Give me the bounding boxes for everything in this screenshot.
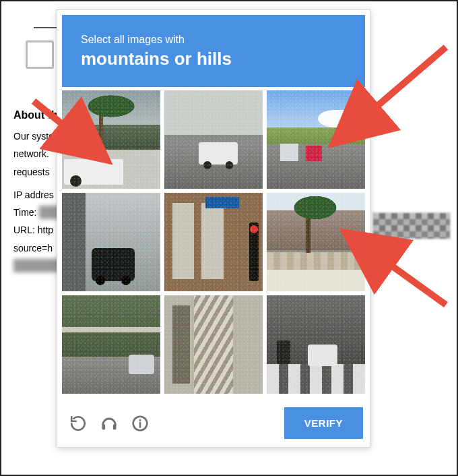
audio-icon[interactable] bbox=[99, 413, 119, 434]
svg-rect-0 bbox=[102, 424, 106, 429]
reload-icon[interactable] bbox=[68, 413, 88, 434]
svg-rect-1 bbox=[113, 424, 117, 429]
captcha-instruction: Select all images with bbox=[81, 34, 350, 46]
captcha-target: mountains or hills bbox=[81, 49, 350, 69]
captcha-tile-7[interactable] bbox=[62, 295, 160, 394]
captcha-header: Select all images with mountains or hill… bbox=[62, 15, 365, 87]
verify-button[interactable]: VERIFY bbox=[284, 407, 363, 439]
pixelated-strip bbox=[372, 212, 451, 240]
info-icon[interactable] bbox=[130, 413, 150, 434]
footer-icons bbox=[68, 413, 150, 434]
captcha-tile-2[interactable] bbox=[164, 90, 263, 189]
divider bbox=[34, 27, 59, 28]
captcha-grid bbox=[57, 90, 370, 394]
captcha-panel: Select all images with mountains or hill… bbox=[57, 9, 370, 448]
captcha-footer: VERIFY bbox=[57, 399, 370, 447]
recaptcha-checkbox[interactable] bbox=[26, 40, 54, 69]
captcha-tile-6[interactable] bbox=[267, 193, 365, 291]
captcha-tile-3[interactable] bbox=[267, 90, 365, 189]
captcha-tile-5[interactable] bbox=[164, 193, 263, 291]
captcha-tile-9[interactable] bbox=[267, 295, 365, 394]
captcha-tile-1[interactable] bbox=[62, 90, 160, 189]
captcha-tile-8[interactable] bbox=[164, 295, 263, 394]
captcha-tile-4[interactable] bbox=[62, 193, 160, 291]
svg-point-4 bbox=[139, 419, 141, 421]
